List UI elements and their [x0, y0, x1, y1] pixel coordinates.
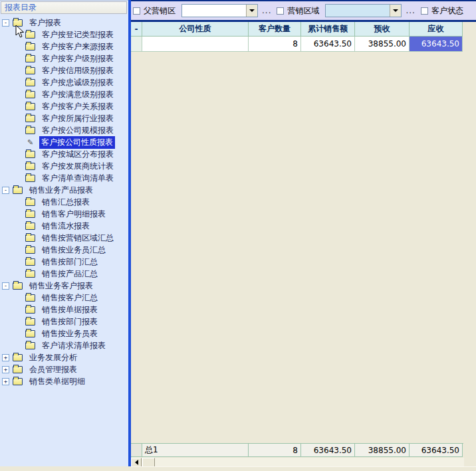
tree-item-label[interactable]: 客户按登记类型报表: [40, 29, 116, 41]
tree-item-label[interactable]: 客户按信用级别报表: [40, 64, 116, 77]
filter-combobox[interactable]: [325, 4, 402, 17]
tree-item[interactable]: 客户按公司规模报表: [0, 124, 128, 136]
tree-item[interactable]: ✎客户按公司性质报表: [0, 136, 128, 148]
combobox-value[interactable]: [182, 5, 246, 17]
tree-item[interactable]: +销售类单据明细: [0, 375, 128, 387]
tree-item-label[interactable]: 销售按产品汇总: [40, 268, 100, 280]
column-header[interactable]: 预收: [355, 22, 410, 37]
tree-item-label[interactable]: 业务发展分析: [27, 351, 79, 364]
tree-item[interactable]: 销售按营销区域汇总: [0, 232, 128, 244]
filter-checkbox[interactable]: [277, 7, 284, 15]
expand-toggle-icon[interactable]: +: [2, 354, 9, 361]
column-header[interactable]: 累计销售额: [301, 22, 355, 37]
totals-label: 总1: [142, 444, 249, 457]
tree-item-label[interactable]: 销售类单据明细: [27, 375, 87, 388]
tree-item[interactable]: +业务发展分析: [0, 351, 128, 363]
tree-item[interactable]: 客户按所属行业报表: [0, 112, 128, 124]
selected-cell[interactable]: 63643.50: [410, 37, 463, 52]
expand-toggle-icon[interactable]: +: [2, 378, 9, 385]
tree-item-label[interactable]: 销售按营销区域汇总: [40, 232, 116, 244]
tree-item-label[interactable]: 销售业务产品报表: [27, 184, 95, 197]
tree-item[interactable]: 客户按客户关系报表: [0, 100, 128, 112]
tree-item-label[interactable]: 客户按满意级别报表: [40, 88, 116, 101]
data-cell[interactable]: [142, 37, 249, 52]
tree-item-label[interactable]: 销售按单据报表: [40, 304, 100, 316]
collapse-toggle-icon[interactable]: -: [2, 19, 9, 27]
tree-item-label[interactable]: 销售客户明细报表: [40, 208, 108, 221]
tree-item[interactable]: -客户报表: [0, 17, 128, 29]
tree-item-label[interactable]: 客户按公司规模报表: [40, 124, 116, 137]
tree-item-label[interactable]: 销售按业务员汇总: [40, 244, 108, 256]
tree-item[interactable]: 客户按忠诚级别报表: [0, 76, 128, 88]
combobox-dropdown-button[interactable]: [246, 5, 257, 17]
tree-item[interactable]: 销售按客户汇总: [0, 292, 128, 304]
tree-item[interactable]: 客户按客户级别报表: [0, 52, 128, 64]
panel-title: 报表目录: [1, 1, 127, 14]
tree-item-label[interactable]: 销售按部门报表: [40, 316, 100, 328]
tree-item-label[interactable]: 客户按客户关系报表: [40, 100, 116, 113]
horizontal-scrollbar[interactable]: [131, 458, 464, 467]
totals-indicator-cell: [131, 444, 142, 457]
tree-item[interactable]: 客户按信用级别报表: [0, 64, 128, 76]
tree-item-label[interactable]: 销售按业务员表: [40, 328, 100, 340]
column-header[interactable]: 应收: [410, 22, 463, 37]
tree-item[interactable]: 销售按部门汇总: [0, 256, 128, 268]
more-options-button[interactable]: ...: [406, 6, 415, 15]
tree-item[interactable]: 销售流水报表: [0, 220, 128, 232]
scroll-left-button[interactable]: [131, 458, 142, 467]
tree-item-label[interactable]: 销售流水报表: [40, 220, 92, 233]
tree-item[interactable]: +会员管理报表: [0, 363, 128, 375]
filter-combobox[interactable]: [181, 4, 258, 17]
totals-value-cell: 63643.50: [410, 444, 463, 457]
tree-item-label[interactable]: 客户按忠诚级别报表: [40, 76, 116, 89]
tree-item[interactable]: 客户请求清单报表: [0, 339, 128, 351]
tree-item[interactable]: 销售按业务员表: [0, 328, 128, 339]
column-header[interactable]: 客户数量: [249, 22, 301, 37]
tree-item-label[interactable]: 客户按发展商统计表: [40, 160, 116, 173]
tree-item[interactable]: 客户按客户来源报表: [0, 41, 128, 52]
collapse-toggle-icon[interactable]: -: [2, 282, 9, 290]
tree-item[interactable]: 销售按产品汇总: [0, 268, 128, 280]
collapse-toggle-icon[interactable]: -: [2, 187, 9, 194]
tree-item-label[interactable]: 客户按客户级别报表: [40, 52, 116, 65]
tree-item-label[interactable]: 客户请求清单报表: [40, 339, 108, 352]
chevron-down-icon: [249, 9, 255, 12]
tree-item-label[interactable]: 销售业务客户报表: [27, 280, 95, 292]
tree-item[interactable]: -销售业务产品报表: [0, 184, 128, 196]
tree-item-label[interactable]: 客户按公司性质报表: [39, 136, 115, 149]
combobox-dropdown-button[interactable]: [390, 5, 401, 17]
tree-item[interactable]: 客户清单查询清单表: [0, 172, 128, 184]
combobox-value[interactable]: [326, 5, 390, 17]
tree-item[interactable]: 销售按业务员汇总: [0, 244, 128, 256]
scrollbar-thumb[interactable]: [142, 458, 155, 467]
tree-item[interactable]: -销售业务客户报表: [0, 280, 128, 292]
tree-item[interactable]: 客户按登记类型报表: [0, 29, 128, 41]
tree-item-label[interactable]: 客户按客户来源报表: [40, 41, 116, 53]
tree-item[interactable]: 销售汇总报表: [0, 196, 128, 208]
tree-item-label[interactable]: 销售按客户汇总: [40, 292, 100, 304]
tree-item-label[interactable]: 销售按部门汇总: [40, 256, 100, 268]
data-cell[interactable]: 63643.50: [301, 37, 355, 52]
data-cell[interactable]: 8: [249, 37, 301, 52]
totals-value-cell: 8: [249, 444, 301, 457]
tree-item[interactable]: 销售按部门报表: [0, 316, 128, 328]
filter-checkbox[interactable]: [133, 7, 140, 15]
tree-item-label[interactable]: 客户清单查询清单表: [40, 172, 116, 185]
column-header[interactable]: 公司性质: [142, 22, 249, 37]
data-cell[interactable]: 38855.00: [355, 37, 410, 52]
tree-item[interactable]: 销售按单据报表: [0, 304, 128, 316]
tree-item[interactable]: 客户按满意级别报表: [0, 88, 128, 100]
tree-item-label[interactable]: 会员管理报表: [27, 363, 79, 376]
row-indicator-cell[interactable]: [131, 37, 142, 52]
more-options-button[interactable]: ...: [262, 6, 271, 15]
tree-item-label[interactable]: 客户报表: [27, 17, 63, 29]
grid-corner-cell[interactable]: -: [131, 22, 142, 37]
tree-item-label[interactable]: 销售汇总报表: [40, 196, 92, 209]
tree-item[interactable]: 客户按发展商统计表: [0, 160, 128, 172]
tree-item-label[interactable]: 客户按城区分布报表: [40, 148, 116, 161]
filter-checkbox[interactable]: [421, 7, 428, 15]
tree-item[interactable]: 客户按城区分布报表: [0, 148, 128, 160]
expand-toggle-icon[interactable]: +: [2, 366, 9, 373]
tree-item-label[interactable]: 客户按所属行业报表: [40, 112, 116, 125]
tree-item[interactable]: 销售客户明细报表: [0, 208, 128, 220]
